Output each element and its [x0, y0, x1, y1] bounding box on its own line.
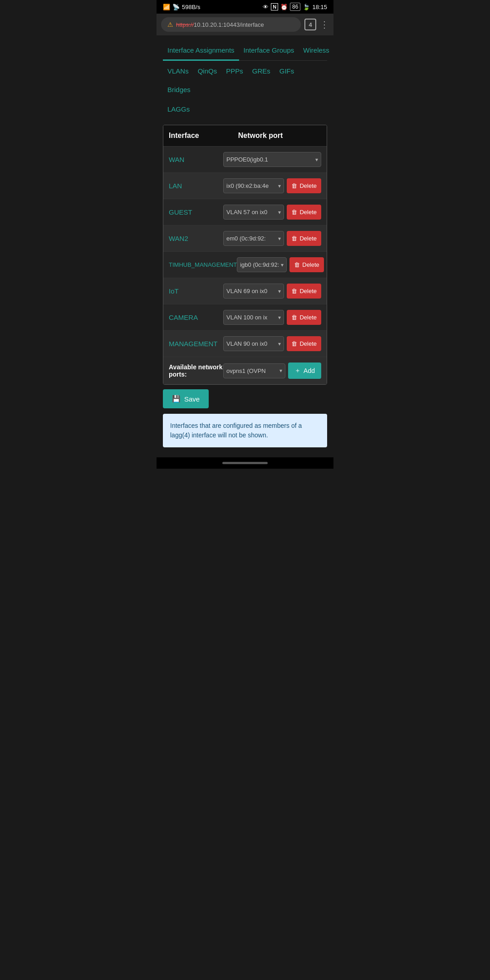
- tab-ppps[interactable]: PPPs: [221, 62, 248, 80]
- table-row: WAN2 em0 (0c:9d:92: ▾ 🗑 Delete: [163, 225, 327, 251]
- chevron-down-icon: ▾: [278, 235, 281, 242]
- tab-wireless[interactable]: Wireless: [299, 41, 333, 61]
- wifi-icon: 📡: [172, 4, 180, 10]
- url-text: https://10.10.20.1:10443/interface: [176, 21, 264, 28]
- table-row: TIMHUB_MANAGEMENT igb0 (0c:9d:92: ▾ 🗑 De…: [163, 251, 327, 278]
- delete-button-wan2[interactable]: 🗑 Delete: [287, 231, 321, 246]
- table-header: Interface Network port: [163, 125, 327, 146]
- chevron-down-icon: ▾: [278, 209, 281, 216]
- trash-icon: 🗑: [294, 261, 300, 268]
- delete-label-wan2: Delete: [299, 235, 317, 242]
- delete-label-iot: Delete: [299, 288, 317, 294]
- port-area-lan: ix0 (90:e2:ba:4e ▾ 🗑 Delete: [223, 178, 321, 193]
- add-button[interactable]: ＋ Add: [288, 363, 321, 379]
- info-box: Interfaces that are configured as member…: [163, 414, 327, 447]
- trash-icon: 🗑: [291, 340, 297, 347]
- delete-button-guest[interactable]: 🗑 Delete: [287, 205, 321, 220]
- bottom-pill: [222, 462, 268, 464]
- browser-menu[interactable]: ⋮: [320, 19, 329, 30]
- port-select-management[interactable]: VLAN 90 on ix0 ▾: [223, 336, 284, 351]
- chevron-down-icon: ▾: [281, 262, 284, 268]
- available-port-value: ovpns1 (OVPN: [226, 368, 278, 374]
- chevron-down-icon: ▾: [278, 314, 281, 321]
- available-port-select[interactable]: ovpns1 (OVPN ▾: [223, 363, 285, 378]
- chevron-down-icon: ▾: [278, 288, 281, 294]
- interface-guest: GUEST: [169, 208, 223, 216]
- table-row: GUEST VLAN 57 on ix0 ▾ 🗑 Delete: [163, 199, 327, 225]
- table-row: MANAGEMENT VLAN 90 on ix0 ▾ 🗑 Delete: [163, 330, 327, 357]
- chevron-down-icon: ▾: [278, 183, 281, 189]
- available-ports-label: Available network ports:: [169, 363, 223, 378]
- tab-row-2: VLANs QinQs PPPs GREs GIFs Bridges: [163, 62, 327, 99]
- table-row: WAN PPPOE0(igb0.1 ▾: [163, 146, 327, 172]
- delete-button-management[interactable]: 🗑 Delete: [287, 336, 321, 351]
- eye-icon: 👁: [263, 4, 269, 10]
- port-select-wan[interactable]: PPPOE0(igb0.1 ▾: [223, 152, 321, 167]
- trash-icon: 🗑: [291, 182, 297, 189]
- port-area-timhub: igb0 (0c:9d:92: ▾ 🗑 Delete: [237, 257, 324, 272]
- delete-button-timhub[interactable]: 🗑 Delete: [289, 257, 324, 272]
- port-value-guest: VLAN 57 on ix0: [226, 209, 276, 216]
- tab-laggs[interactable]: LAGGs: [163, 100, 194, 118]
- delete-button-iot[interactable]: 🗑 Delete: [287, 284, 321, 299]
- port-select-iot[interactable]: VLAN 69 on ix0 ▾: [223, 284, 284, 299]
- time-display: 18:15: [312, 4, 327, 10]
- delete-button-lan[interactable]: 🗑 Delete: [287, 178, 321, 193]
- tab-qinqs[interactable]: QinQs: [193, 62, 222, 80]
- delete-button-camera[interactable]: 🗑 Delete: [287, 310, 321, 325]
- tab-bridges[interactable]: Bridges: [163, 80, 195, 99]
- speed-text: 598B/s: [182, 4, 200, 10]
- tab-gres[interactable]: GREs: [248, 62, 275, 80]
- port-select-lan[interactable]: ix0 (90:e2:ba:4e ▾: [223, 178, 284, 193]
- main-content: Interface Assignments Interface Groups W…: [157, 35, 333, 453]
- browser-bar: ⚠ https://10.10.20.1:10443/interface 4 ⋮: [157, 14, 333, 35]
- status-bar: 📶 📡 598B/s 👁 N ⏰ 86 🍃 18:15: [157, 0, 333, 14]
- battery-text: 86: [290, 3, 300, 11]
- port-area-wan: PPPOE0(igb0.1 ▾: [223, 152, 321, 167]
- chevron-down-icon: ▾: [279, 368, 282, 374]
- table-row: IoT VLAN 69 on ix0 ▾ 🗑 Delete: [163, 278, 327, 304]
- url-path: :10443/interface: [221, 21, 264, 28]
- tab-count[interactable]: 4: [304, 19, 316, 30]
- interface-lan: LAN: [169, 182, 223, 190]
- delete-label-camera: Delete: [299, 314, 317, 321]
- delete-label-management: Delete: [299, 340, 317, 347]
- chevron-down-icon: ▾: [278, 341, 281, 347]
- warning-icon: ⚠: [167, 21, 173, 28]
- port-area-guest: VLAN 57 on ix0 ▾ 🗑 Delete: [223, 205, 321, 220]
- port-select-timhub[interactable]: igb0 (0c:9d:92: ▾: [237, 257, 287, 272]
- available-ports-row: Available network ports: ovpns1 (OVPN ▾ …: [163, 357, 327, 384]
- tab-gifs[interactable]: GIFs: [275, 62, 299, 80]
- port-area-camera: VLAN 100 on ix ▾ 🗑 Delete: [223, 310, 321, 325]
- port-area-iot: VLAN 69 on ix0 ▾ 🗑 Delete: [223, 284, 321, 299]
- port-value-lan: ix0 (90:e2:ba:4e: [226, 182, 276, 189]
- table-row: CAMERA VLAN 100 on ix ▾ 🗑 Delete: [163, 304, 327, 330]
- status-left: 📶 📡 598B/s: [163, 4, 200, 10]
- url-host: 10.10.20.1: [194, 21, 221, 28]
- port-select-camera[interactable]: VLAN 100 on ix ▾: [223, 310, 284, 325]
- tab-interface-assignments[interactable]: Interface Assignments: [163, 41, 239, 61]
- save-button[interactable]: 💾 Save: [163, 389, 209, 408]
- interface-camera: CAMERA: [169, 314, 223, 321]
- tab-interface-groups[interactable]: Interface Groups: [239, 41, 299, 61]
- tab-vlans[interactable]: VLANs: [163, 62, 193, 80]
- available-port-area: ovpns1 (OVPN ▾ ＋ Add: [223, 363, 321, 379]
- trash-icon: 🗑: [291, 288, 297, 294]
- interface-table: Interface Network port WAN PPPOE0(igb0.1…: [163, 125, 327, 385]
- port-select-guest[interactable]: VLAN 57 on ix0 ▾: [223, 205, 284, 220]
- interface-wan: WAN: [169, 156, 223, 163]
- port-value-wan: PPPOE0(igb0.1: [226, 156, 314, 163]
- port-select-wan2[interactable]: em0 (0c:9d:92: ▾: [223, 231, 284, 246]
- delete-label-guest: Delete: [299, 209, 317, 216]
- port-value-management: VLAN 90 on ix0: [226, 340, 276, 347]
- clock-icon: ⏰: [280, 4, 288, 10]
- port-value-timhub: igb0 (0c:9d:92:: [240, 261, 279, 268]
- trash-icon: 🗑: [291, 235, 297, 242]
- col-port-header: Network port: [238, 132, 321, 140]
- port-value-wan2: em0 (0c:9d:92:: [226, 235, 276, 242]
- trash-icon: 🗑: [291, 209, 297, 216]
- port-area-wan2: em0 (0c:9d:92: ▾ 🗑 Delete: [223, 231, 321, 246]
- url-bar[interactable]: ⚠ https://10.10.20.1:10443/interface: [161, 17, 301, 32]
- add-label: Add: [304, 367, 315, 374]
- delete-label-lan: Delete: [299, 182, 317, 189]
